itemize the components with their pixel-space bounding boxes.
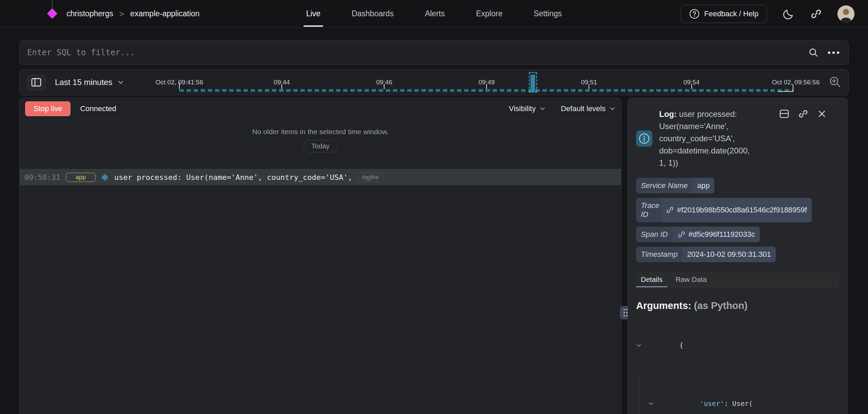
tab-settings[interactable]: Settings xyxy=(534,0,562,27)
sql-filter-input[interactable] xyxy=(27,48,808,57)
code-open-brace: { xyxy=(679,339,683,352)
log-attributes: Service Name app Trace ID #f2019b98b550c… xyxy=(636,178,839,262)
scope-tag-badge: logfire xyxy=(358,173,383,182)
info-icon xyxy=(638,133,650,144)
tab-dashboards[interactable]: Dashboards xyxy=(352,0,394,27)
timeline-tick xyxy=(589,84,589,89)
timeline-tick xyxy=(691,84,692,89)
time-range-bar: Last 15 minutes Oct 02, 09:41:56 09:44 0… xyxy=(19,69,849,95)
attribute-value: app xyxy=(692,178,714,193)
more-options-icon[interactable]: ••• xyxy=(828,49,841,56)
collapse-chevron-icon[interactable] xyxy=(648,374,697,414)
copy-link-button[interactable] xyxy=(798,109,808,119)
timeline-activity-dashes xyxy=(179,89,793,92)
close-icon xyxy=(817,109,826,118)
layout-panel-icon xyxy=(780,109,789,118)
question-circle-icon xyxy=(689,9,699,19)
chevron-down-icon xyxy=(117,79,124,86)
timeline-start-tick xyxy=(179,82,180,89)
default-levels-dropdown[interactable]: Default levels xyxy=(561,104,616,113)
link-icon xyxy=(810,8,822,20)
tab-explore[interactable]: Explore xyxy=(476,0,502,27)
default-levels-label: Default levels xyxy=(561,104,606,113)
trace-id-attribute[interactable]: Trace ID #f2019b98b550cd8a61546c2f918895… xyxy=(636,198,812,222)
today-button[interactable]: Today xyxy=(303,140,337,152)
attribute-label: Span ID xyxy=(636,227,673,242)
time-range-dropdown[interactable]: Last 15 minutes xyxy=(55,78,124,87)
connection-status: Connected xyxy=(80,104,116,113)
zoom-in-icon xyxy=(828,75,842,89)
time-range-label: Last 15 minutes xyxy=(55,78,112,87)
attribute-label: Timestamp xyxy=(636,247,683,262)
timeline-tick xyxy=(281,84,282,89)
code-call: User( xyxy=(732,397,753,410)
log-detail-title: Log: user processed: User(name='Anne', c… xyxy=(659,108,755,169)
top-nav: christophergs > example-application Live… xyxy=(0,0,868,27)
live-view-panel: Stop live Connected Visibility Default l… xyxy=(19,98,622,414)
log-detail-title-prefix: Log: xyxy=(659,109,677,119)
tab-alerts[interactable]: Alerts xyxy=(425,0,445,27)
attribute-label: Trace ID xyxy=(636,198,661,222)
link-icon xyxy=(798,109,808,119)
no-older-items-message: No older items in the selected time wind… xyxy=(20,128,621,136)
log-row[interactable]: 09:50:31 app user processed: User(name='… xyxy=(20,169,621,185)
activity-timeline[interactable]: Oct 02, 09:41:56 09:44 09:46 09:49 09:51… xyxy=(179,70,793,95)
arguments-code-block: { 'user': User( name='Anne', country_cod… xyxy=(636,316,839,414)
info-level-badge xyxy=(636,130,652,147)
service-tag-badge: app xyxy=(66,173,96,182)
span-id-value: #d5c996f11192033c xyxy=(689,230,755,239)
arguments-heading: Arguments: (as Python) xyxy=(636,300,839,311)
collapse-chevron-icon[interactable] xyxy=(636,316,677,374)
sidebar-toggle-button[interactable] xyxy=(26,74,46,90)
copy-link-button[interactable] xyxy=(810,8,822,20)
tab-raw-data[interactable]: Raw Data xyxy=(675,272,707,287)
arguments-heading-main: Arguments: xyxy=(636,300,691,311)
timeline-end-label: Oct 02, 09:56:56 xyxy=(772,79,820,86)
service-name-attribute: Service Name app xyxy=(636,178,714,193)
log-details-panel: Log: user processed: User(name='Anne', c… xyxy=(628,98,848,414)
visibility-dropdown[interactable]: Visibility xyxy=(509,104,546,113)
theme-toggle-button[interactable] xyxy=(783,8,795,20)
timeline-tick xyxy=(384,84,384,89)
user-avatar[interactable] xyxy=(837,5,854,22)
visibility-label: Visibility xyxy=(509,104,536,113)
timestamp-attribute: Timestamp 2024-10-02 09:50:31.301 xyxy=(636,247,776,262)
code-colon: : xyxy=(724,397,732,410)
sql-filter-bar: ••• xyxy=(19,40,849,65)
span-id-attribute[interactable]: Span ID #d5c996f11192033c xyxy=(636,227,760,242)
empty-window-section: No older items in the selected time wind… xyxy=(20,128,621,169)
code-key: 'user' xyxy=(700,397,724,410)
attribute-value: 2024-10-02 09:50:31.301 xyxy=(683,247,776,262)
detail-tabs: Details Raw Data xyxy=(636,272,839,287)
moon-icon xyxy=(783,8,795,20)
attribute-label: Service Name xyxy=(636,178,692,193)
tab-details[interactable]: Details xyxy=(641,272,663,287)
stop-live-button[interactable]: Stop live xyxy=(25,101,71,116)
dock-panel-button[interactable] xyxy=(780,109,789,118)
timeline-tick xyxy=(486,84,487,89)
chevron-down-icon xyxy=(609,105,616,112)
feedback-help-button[interactable]: Feedback / Help xyxy=(681,5,767,23)
link-icon xyxy=(666,206,674,214)
log-timestamp: 09:50:31 xyxy=(24,173,60,182)
search-icon[interactable] xyxy=(808,47,819,58)
log-message: user processed: User(name='Anne', countr… xyxy=(114,173,352,182)
tab-live[interactable]: Live xyxy=(306,0,320,27)
timestamp-value: 2024-10-02 09:50:31.301 xyxy=(687,250,771,259)
grip-dots-icon xyxy=(624,309,625,310)
service-name-value: app xyxy=(697,181,710,190)
chevron-down-icon xyxy=(539,105,546,112)
arguments-heading-sub: (as Python) xyxy=(691,300,748,311)
log-level-diamond-icon xyxy=(101,173,108,181)
link-icon xyxy=(677,230,686,239)
feedback-help-label: Feedback / Help xyxy=(704,9,758,18)
sidebar-panel-icon xyxy=(31,78,41,87)
attribute-value: #f2019b98b550cd8a61546c2f9188959f xyxy=(661,198,812,222)
trace-id-value: #f2019b98b550cd8a61546c2f9188959f xyxy=(677,206,807,214)
timeline-selected-window[interactable] xyxy=(529,72,537,92)
close-details-button[interactable] xyxy=(817,109,826,118)
live-view-header: Stop live Connected Visibility Default l… xyxy=(20,98,621,120)
timeline-zoom-button[interactable] xyxy=(828,75,842,89)
attribute-value: #d5c996f11192033c xyxy=(673,227,760,242)
